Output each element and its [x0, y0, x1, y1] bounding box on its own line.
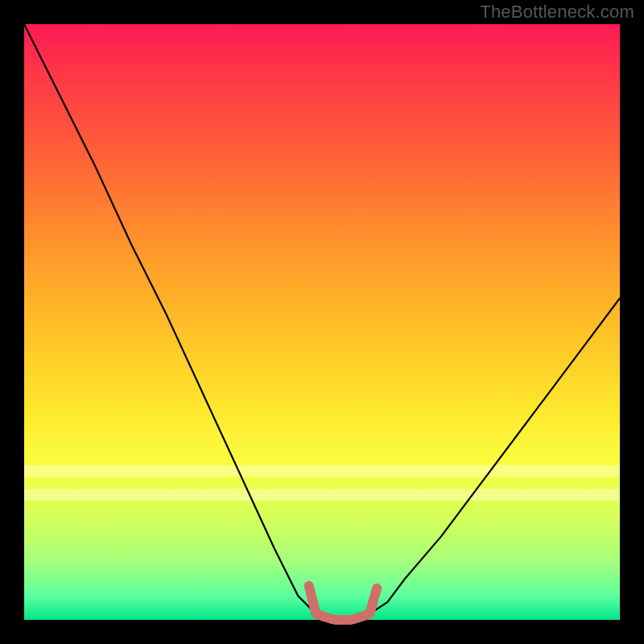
chart-frame: TheBottleneck.com — [0, 0, 644, 644]
bottleneck-curve — [24, 24, 620, 620]
optimal-range-marker — [309, 586, 377, 620]
watermark-text: TheBottleneck.com — [480, 2, 634, 23]
bottleneck-curve-svg — [24, 24, 620, 620]
highlight-band — [24, 465, 620, 477]
highlight-band — [24, 489, 620, 501]
plot-area — [24, 24, 620, 620]
